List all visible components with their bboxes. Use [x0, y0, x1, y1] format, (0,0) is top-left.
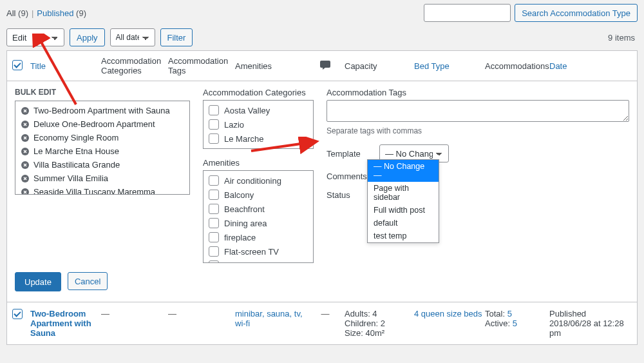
amenity-checkbox[interactable] — [209, 246, 219, 257]
amenity-item[interactable]: Dining area — [207, 216, 309, 230]
categories-listbox[interactable]: Aosta Valley Lazio Le Marche — [203, 100, 314, 149]
categories-label: Accommodation Categories — [203, 88, 314, 97]
col-title[interactable]: Title — [30, 61, 101, 71]
row-bed[interactable]: 4 queen size beds — [414, 309, 482, 319]
template-option[interactable]: Full width post — [368, 204, 439, 217]
amenity-item[interactable]: fireplace — [207, 230, 309, 244]
category-item[interactable]: Le Marche — [207, 132, 309, 146]
remove-icon[interactable] — [21, 120, 30, 129]
update-button[interactable]: Update — [15, 272, 61, 291]
cancel-button[interactable]: Cancel — [68, 272, 108, 290]
col-capacity: Capacity — [345, 61, 414, 71]
pipe: | — [32, 8, 33, 18]
comments-label: Comments — [327, 172, 368, 181]
search-input[interactable] — [424, 4, 511, 22]
select-all-checkbox[interactable] — [12, 60, 23, 70]
bulk-item-label: Deluxe One-Bedroom Apartment — [33, 119, 155, 129]
category-label: Lazio — [224, 120, 244, 130]
status-label: Status — [327, 190, 368, 200]
bulk-item[interactable]: Two-Bedroom Apartment with Sauna — [19, 104, 185, 117]
category-label: Le Marche — [224, 134, 263, 144]
amenity-checkbox[interactable] — [209, 190, 219, 200]
bulk-action-select[interactable]: Edit — [6, 28, 64, 46]
amenity-checkbox[interactable] — [209, 175, 219, 186]
bulk-item[interactable]: Summer Villa Emilia — [19, 172, 185, 185]
bulk-item[interactable]: Economy Single Room — [19, 131, 185, 144]
bulk-item[interactable]: Le Marche Etna House — [19, 144, 185, 158]
amenity-item[interactable]: Beachfront — [207, 202, 309, 216]
row-tags: — — [168, 309, 235, 319]
category-checkbox[interactable] — [209, 105, 219, 115]
bulk-item[interactable]: Villa Bastilicata Grande — [19, 158, 185, 172]
remove-icon[interactable] — [21, 147, 30, 156]
tags-helper: Separate tags with commas — [327, 126, 629, 135]
col-tags: Accommodation Tags — [168, 56, 235, 75]
amenity-item[interactable]: Free parking — [207, 259, 309, 263]
col-amenities: Amenities — [235, 61, 306, 71]
remove-icon[interactable] — [21, 133, 30, 142]
category-checkbox[interactable] — [209, 133, 219, 144]
col-accommodations: Accommodations — [485, 61, 549, 71]
bulk-item-label: Economy Single Room — [33, 133, 118, 142]
tags-textarea[interactable] — [327, 100, 629, 122]
row-accommodations: Total: 5 Active: 5 — [485, 309, 549, 328]
remove-icon[interactable] — [21, 174, 30, 183]
col-date[interactable]: Date — [549, 61, 627, 71]
amenity-label: Beachfront — [224, 204, 265, 214]
items-count: 9 items — [608, 33, 638, 43]
row-checkbox[interactable] — [12, 309, 23, 319]
amenity-item[interactable]: Balcony — [207, 188, 309, 202]
category-item[interactable]: Aosta Valley — [207, 103, 309, 117]
category-label: Aosta Valley — [224, 106, 270, 115]
amenity-checkbox[interactable] — [209, 204, 219, 214]
tags-label: Accommodation Tags — [327, 88, 629, 97]
comment-icon — [320, 61, 330, 70]
col-comments[interactable] — [306, 61, 345, 72]
amenities-listbox[interactable]: Air conditioning Balcony Beachfront Dini… — [203, 170, 314, 263]
amenity-label: Dining area — [224, 219, 267, 228]
amenity-checkbox[interactable] — [209, 232, 219, 242]
amenity-label: Balcony — [224, 190, 254, 200]
row-categories: — — [101, 309, 168, 319]
col-bed-type[interactable]: Bed Type — [414, 61, 485, 71]
amenity-item[interactable]: Flat-screen TV — [207, 244, 309, 259]
row-title-link[interactable]: Two-Bedroom Apartment with Sauna — [30, 309, 95, 338]
category-checkbox[interactable] — [209, 119, 219, 130]
amenity-label: Flat-screen TV — [224, 247, 279, 257]
dates-select[interactable]: All dates — [110, 28, 155, 46]
bulk-edit-heading: BULK EDIT — [15, 88, 190, 97]
bulk-item-label: Summer Villa Emilia — [33, 173, 108, 183]
amenities-label: Amenities — [203, 158, 314, 168]
col-categories: Accommodation Categories — [101, 56, 168, 75]
bulk-item[interactable]: Seaside Villa Tuscany Maremma — [19, 185, 185, 195]
row-amenities[interactable]: minibar, sauna, tv, wi-fi — [235, 309, 303, 328]
bulk-item-label: Seaside Villa Tuscany Maremma — [33, 187, 155, 195]
filter-published[interactable]: Published (9) — [37, 8, 86, 18]
amenity-checkbox[interactable] — [209, 260, 219, 263]
bulk-items-listbox[interactable]: Two-Bedroom Apartment with Sauna Deluxe … — [15, 101, 190, 195]
amenity-item[interactable]: Air conditioning — [207, 173, 309, 188]
apply-button[interactable]: Apply — [70, 28, 105, 46]
bulk-item-label: Le Marche Etna House — [33, 146, 119, 156]
filter-button[interactable]: Filter — [160, 28, 193, 46]
category-item[interactable]: Lazio — [207, 117, 309, 132]
remove-icon[interactable] — [21, 188, 30, 195]
row-comments: — — [306, 309, 345, 319]
search-button[interactable]: Search Accommodation Type — [515, 4, 638, 22]
row-capacity: Adults: 4Children: 2Size: 40m² — [345, 309, 414, 338]
template-option[interactable]: Page with sidebar — [368, 182, 439, 204]
template-option[interactable]: default — [368, 217, 439, 230]
bulk-item-label: Two-Bedroom Apartment with Sauna — [33, 106, 170, 115]
template-option[interactable]: — No Change — — [368, 160, 439, 182]
bulk-item[interactable]: Deluxe One-Bedroom Apartment — [19, 117, 185, 131]
amenity-label: Air conditioning — [224, 176, 281, 186]
remove-icon[interactable] — [21, 106, 30, 115]
filter-all[interactable]: All (9) — [6, 8, 28, 18]
remove-icon[interactable] — [21, 161, 30, 170]
amenity-label: fireplace — [224, 233, 256, 242]
table-row: Two-Bedroom Apartment with Sauna — — min… — [7, 302, 637, 344]
amenity-checkbox[interactable] — [209, 218, 219, 228]
row-date: Published2018/06/28 at 12:28 pm — [549, 309, 627, 338]
template-option[interactable]: test temp — [368, 230, 439, 242]
template-dropdown[interactable]: — No Change — Page with sidebar Full wid… — [367, 159, 439, 243]
